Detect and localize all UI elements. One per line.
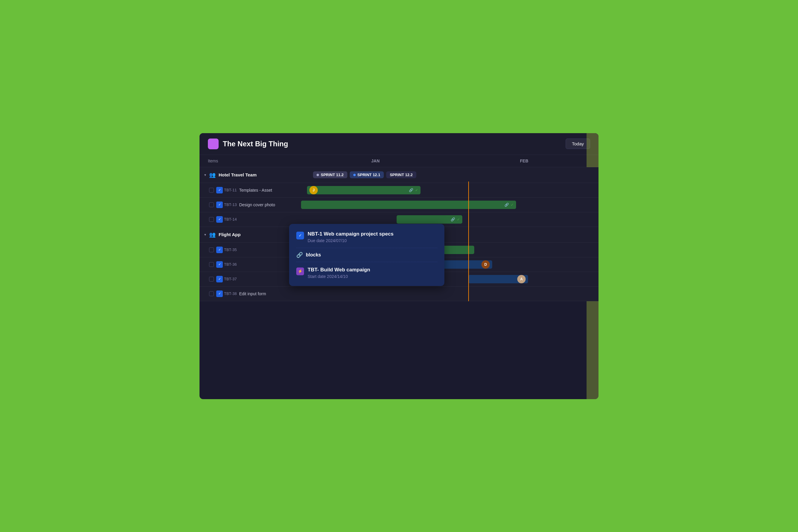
sprint-11-2-label: SPRINT 11.2 bbox=[321, 173, 344, 177]
task-name-tbt-13: Design cover photo bbox=[239, 203, 275, 207]
gantt-tbt-38 bbox=[301, 287, 598, 301]
popup-target-info: TBT- Build Web campaign Start date 2024/… bbox=[308, 267, 370, 279]
task-name-tbt-11: Templates - Asset bbox=[239, 188, 272, 193]
gantt-bar-tbt-11: J 🔗 ✓ bbox=[307, 186, 421, 194]
task-id-badge-tbt-37: ✓ TBT-37 bbox=[216, 276, 237, 282]
sprint-badge-12-2: SPRINT 12.2 bbox=[386, 171, 416, 178]
group-name-hotel-travel-team: Hotel Travel Team bbox=[219, 172, 257, 177]
task-left-tbt-36: ✓ TBT-36 bbox=[200, 261, 301, 268]
task-left-tbt-38: ✓ TBT-38 Edit input form bbox=[200, 290, 301, 297]
popup-source-date-val: 2024/07/10 bbox=[326, 238, 347, 243]
group-users-icon-flight: 👥 bbox=[209, 231, 216, 238]
link-connector-icon: 🔗 bbox=[296, 252, 303, 258]
check-icon-tbt-14: ✓ bbox=[457, 217, 460, 222]
task-id-badge-tbt-35: ✓ TBT-35 bbox=[216, 247, 237, 253]
task-checkbox-tbt-37[interactable] bbox=[209, 277, 214, 282]
link-icon-tbt-14: 🔗 bbox=[451, 217, 455, 222]
check-icon-tbt-13: ✓ bbox=[511, 203, 514, 207]
task-id-badge-tbt-13: ✓ TBT-13 bbox=[216, 202, 237, 208]
task-checkbox-tbt-38[interactable] bbox=[209, 291, 214, 296]
task-left-tbt-11: ✓ TBT-11 Templates - Asset bbox=[200, 187, 301, 193]
app-window: The Next Big Thing Today Items JAN FEB ▾… bbox=[200, 133, 598, 399]
avatar-tbt-37: A bbox=[517, 275, 526, 283]
task-left-tbt-37: ✓ TBT-37 bbox=[200, 276, 301, 282]
group-left-flight-app: ▾ 👥 Flight App bbox=[200, 231, 301, 238]
gantt-bar-tbt-14: 🔗 ✓ bbox=[396, 215, 462, 224]
task-checkbox-tbt-14[interactable] bbox=[209, 217, 214, 222]
task-id-badge-tbt-38: ✓ TBT-38 bbox=[216, 290, 237, 297]
check-badge-tbt-13: ✓ bbox=[216, 202, 223, 208]
task-left-tbt-35: ✓ TBT-35 bbox=[200, 247, 301, 253]
today-line bbox=[468, 182, 469, 301]
group-gantt-hotel-travel-team: SPRINT 11.2 SPRINT 12.1 SPRINT 12.2 bbox=[301, 167, 598, 183]
gantt-tbt-13: 🔗 ✓ bbox=[301, 198, 598, 212]
group-users-icon: 👥 bbox=[209, 172, 216, 178]
popup-source-title: NBT-1 Web campaign project specs bbox=[308, 231, 394, 237]
link-icon-tbt-11: 🔗 bbox=[409, 188, 413, 192]
task-id-tbt-14: TBT-14 bbox=[224, 217, 237, 222]
popup-source-date: Due date 2024/07/10 bbox=[308, 238, 394, 243]
popup-target-date-val: 2024/14/10 bbox=[327, 274, 348, 279]
task-id-tbt-35: TBT-35 bbox=[224, 247, 237, 252]
popup-source-task: ✓ NBT-1 Web campaign project specs Due d… bbox=[296, 231, 437, 243]
task-left-tbt-14: ✓ TBT-14 bbox=[200, 216, 301, 223]
sprint-badge-11-2: SPRINT 11.2 bbox=[313, 171, 347, 178]
check-badge-tbt-38: ✓ bbox=[216, 290, 223, 297]
sprint-12-1-label: SPRINT 12.1 bbox=[357, 173, 381, 177]
column-headers: Items JAN FEB bbox=[200, 155, 598, 167]
task-left-tbt-13: ✓ TBT-13 Design cover photo bbox=[200, 202, 301, 208]
popup-source-info: NBT-1 Web campaign project specs Due dat… bbox=[308, 231, 394, 243]
task-row-tbt-38: ✓ TBT-38 Edit input form bbox=[200, 287, 598, 301]
task-checkbox-tbt-36[interactable] bbox=[209, 262, 214, 267]
popup-connector: 🔗 blocks bbox=[296, 248, 437, 262]
task-name-tbt-38: Edit input form bbox=[239, 291, 266, 296]
task-checkbox-tbt-13[interactable] bbox=[209, 203, 214, 207]
check-badge-tbt-35: ✓ bbox=[216, 247, 223, 253]
rows-container: ▾ 👥 Hotel Travel Team SPRINT 11.2 SPRINT… bbox=[200, 167, 598, 301]
sprint-dot-gray bbox=[317, 174, 319, 176]
month-jan: JAN bbox=[301, 158, 450, 163]
month-feb: FEB bbox=[450, 158, 598, 163]
app-icon bbox=[208, 138, 219, 149]
sprint-dot-blue bbox=[353, 174, 356, 176]
popup-target-badge: ⚡ bbox=[296, 267, 304, 275]
task-row-tbt-11: ✓ TBT-11 Templates - Asset J 🔗 ✓ bbox=[200, 183, 598, 198]
popup-source-badge: ✓ bbox=[296, 232, 304, 240]
items-column-label: Items bbox=[200, 158, 301, 163]
group-name-flight-app: Flight App bbox=[219, 232, 241, 237]
task-id-tbt-13: TBT-13 bbox=[224, 203, 237, 207]
sprint-badge-12-1: SPRINT 12.1 bbox=[350, 171, 384, 178]
check-badge-tbt-36: ✓ bbox=[216, 261, 223, 268]
popup-target-title: TBT- Build Web campaign bbox=[308, 267, 370, 273]
chevron-icon-flight[interactable]: ▾ bbox=[204, 232, 206, 237]
group-row-hotel-travel-team: ▾ 👥 Hotel Travel Team SPRINT 11.2 SPRINT… bbox=[200, 167, 598, 183]
dependency-popup: ✓ NBT-1 Web campaign project specs Due d… bbox=[289, 224, 444, 286]
task-id-tbt-36: TBT-36 bbox=[224, 262, 237, 267]
task-id-tbt-38: TBT-38 bbox=[224, 291, 237, 296]
gantt-bar-tbt-13: 🔗 ✓ bbox=[301, 201, 516, 209]
month-labels: JAN FEB bbox=[301, 158, 598, 163]
gantt-tbt-11: J 🔗 ✓ bbox=[301, 183, 598, 197]
app-title: The Next Big Thing bbox=[223, 140, 288, 148]
task-checkbox-tbt-35[interactable] bbox=[209, 247, 214, 252]
check-icon-tbt-11: ✓ bbox=[415, 188, 418, 192]
task-id-tbt-37: TBT-37 bbox=[224, 277, 237, 281]
task-id-tbt-11: TBT-11 bbox=[224, 188, 237, 192]
gantt-bar-tbt-37: A bbox=[468, 275, 528, 283]
check-badge-tbt-11: ✓ bbox=[216, 187, 223, 193]
chevron-icon[interactable]: ▾ bbox=[204, 173, 206, 177]
header: The Next Big Thing Today bbox=[200, 133, 598, 155]
group-left: ▾ 👥 Hotel Travel Team bbox=[200, 172, 301, 178]
header-left: The Next Big Thing bbox=[208, 138, 288, 149]
check-badge-tbt-37: ✓ bbox=[216, 276, 223, 282]
popup-connector-label: blocks bbox=[306, 252, 321, 258]
task-id-badge-tbt-14: ✓ TBT-14 bbox=[216, 216, 237, 223]
popup-target-date-label: Start date bbox=[308, 274, 326, 279]
sprint-12-2-label: SPRINT 12.2 bbox=[390, 173, 413, 177]
popup-target-date: Start date 2024/14/10 bbox=[308, 274, 370, 279]
popup-source-date-label: Due date bbox=[308, 238, 324, 243]
task-id-badge-tbt-36: ✓ TBT-36 bbox=[216, 261, 237, 268]
popup-target-task: ⚡ TBT- Build Web campaign Start date 202… bbox=[296, 267, 437, 279]
link-icon-tbt-13: 🔗 bbox=[504, 203, 509, 207]
task-checkbox-tbt-11[interactable] bbox=[209, 188, 214, 193]
